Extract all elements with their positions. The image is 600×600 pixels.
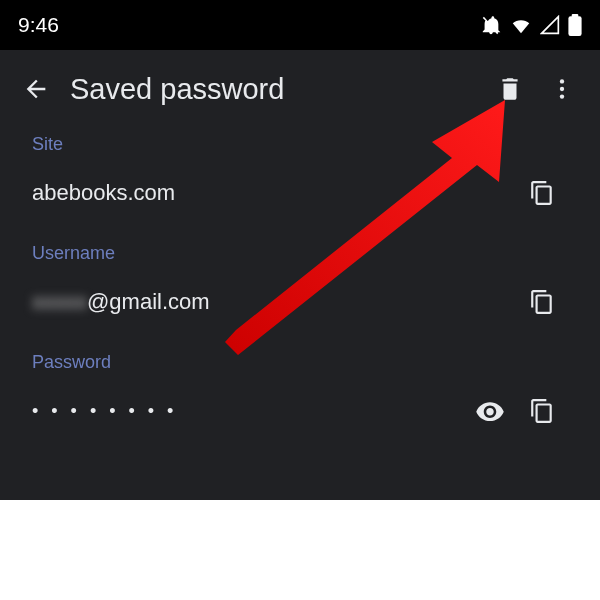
copy-password-button[interactable] [516, 385, 568, 437]
password-field: Password • • • • • • • • [32, 352, 568, 437]
battery-icon [568, 14, 582, 36]
svg-rect-1 [572, 14, 579, 17]
password-label: Password [32, 352, 568, 373]
svg-point-4 [560, 94, 564, 98]
page-title: Saved password [70, 73, 484, 106]
copy-icon [529, 398, 555, 424]
saved-password-screen: Saved password Site abebooks.com [0, 50, 600, 500]
username-label: Username [32, 243, 568, 264]
wifi-icon [510, 14, 532, 36]
copy-icon [529, 289, 555, 315]
status-time: 9:46 [18, 13, 59, 37]
username-obscured-part: xxxxx [32, 289, 87, 315]
delete-button[interactable] [484, 63, 536, 115]
back-button[interactable] [12, 65, 60, 113]
svg-point-2 [560, 79, 564, 83]
svg-point-3 [560, 87, 564, 91]
status-bar: 9:46 [0, 0, 600, 50]
username-field: Username xxxxx@gmail.com [32, 243, 568, 328]
svg-rect-0 [568, 16, 581, 36]
overflow-menu-button[interactable] [536, 63, 588, 115]
reveal-password-button[interactable] [464, 385, 516, 437]
copy-site-button[interactable] [516, 167, 568, 219]
more-vert-icon [549, 76, 575, 102]
password-value[interactable]: • • • • • • • • [32, 399, 464, 424]
copy-username-button[interactable] [516, 276, 568, 328]
trash-icon [497, 76, 523, 102]
signal-icon [540, 15, 560, 35]
copy-icon [529, 180, 555, 206]
eye-icon [475, 396, 505, 426]
dnd-off-icon [480, 14, 502, 36]
site-label: Site [32, 134, 568, 155]
site-value[interactable]: abebooks.com [32, 178, 516, 208]
site-field: Site abebooks.com [32, 134, 568, 219]
username-value[interactable]: xxxxx@gmail.com [32, 287, 516, 317]
app-bar: Saved password [0, 50, 600, 128]
username-domain-part: @gmail.com [87, 289, 210, 314]
arrow-back-icon [22, 75, 50, 103]
